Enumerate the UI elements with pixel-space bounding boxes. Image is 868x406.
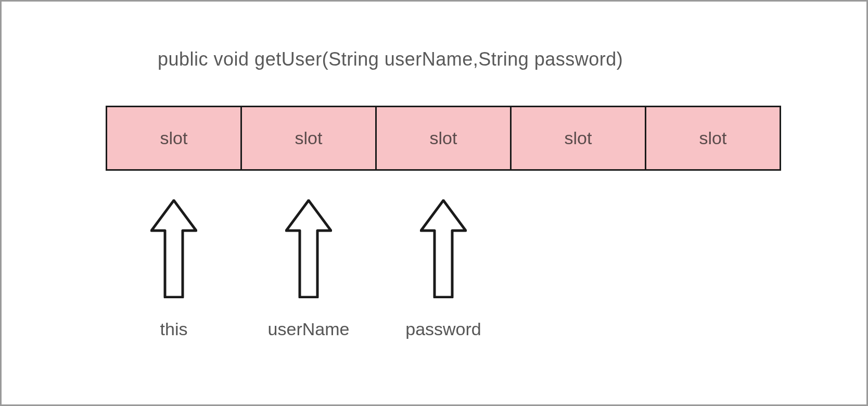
pointer-password: password	[375, 199, 512, 339]
slot-label: slot	[699, 128, 727, 148]
arrow-up-icon	[150, 199, 197, 298]
svg-marker-1	[286, 200, 331, 297]
pointer-this: this	[106, 199, 242, 339]
slot-label: slot	[160, 128, 188, 148]
pointer-label: this	[160, 319, 188, 339]
slot-cell: slot	[375, 106, 512, 171]
pointer-label: password	[405, 319, 481, 339]
slot-cell: slot	[240, 106, 377, 171]
slot-label: slot	[430, 128, 457, 148]
svg-marker-2	[421, 200, 466, 297]
pointer-label: userName	[268, 319, 350, 339]
slot-cell: slot	[106, 106, 242, 171]
diagram-frame: public void getUser(String userName,Stri…	[0, 0, 868, 406]
svg-marker-0	[151, 200, 196, 297]
arrow-up-icon	[285, 199, 332, 298]
pointer-username: userName	[240, 199, 377, 339]
arrow-up-icon	[420, 199, 467, 298]
method-signature-text: public void getUser(String userName,Stri…	[158, 48, 623, 70]
slot-cell: slot	[510, 106, 646, 171]
slot-label: slot	[565, 128, 592, 148]
slot-cell: slot	[645, 106, 781, 171]
slot-row: slotslotslotslotslot	[106, 106, 781, 171]
slot-label: slot	[295, 128, 323, 148]
